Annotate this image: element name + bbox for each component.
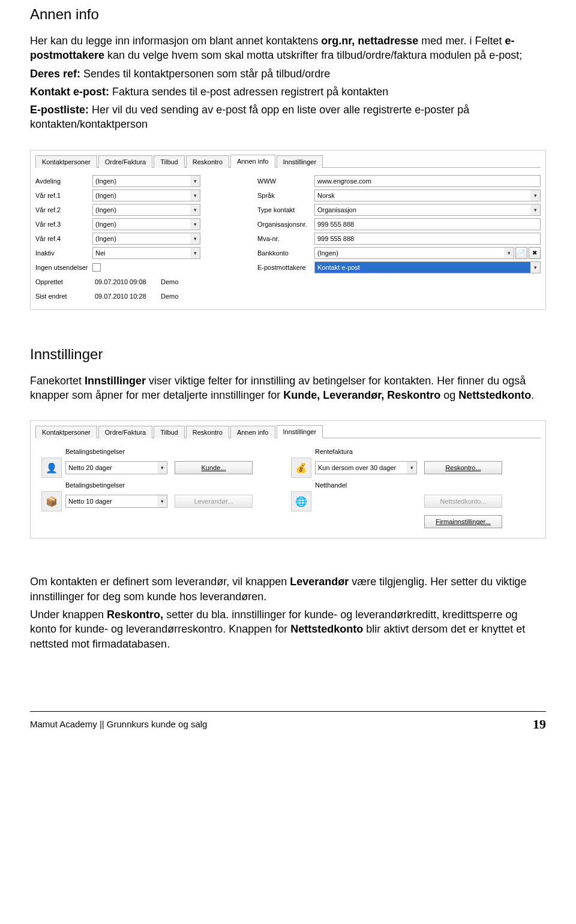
combo-avdeling[interactable]: (Ingen): [92, 175, 200, 187]
chevron-down-icon[interactable]: [190, 233, 200, 244]
user-card-icon: 👤: [41, 458, 62, 478]
tab-tilbud[interactable]: Tilbud: [154, 426, 185, 438]
combo-netto20[interactable]: Netto 20 dager: [65, 461, 167, 474]
combo-text: Netto 10 dager: [68, 498, 112, 505]
tab-reskontro[interactable]: Reskontro: [186, 426, 229, 438]
t: og: [440, 389, 458, 401]
tab-reskontro[interactable]: Reskontro: [186, 155, 229, 168]
edit-button[interactable]: 📄: [515, 247, 527, 259]
combo-ref4[interactable]: (Ingen): [92, 233, 200, 245]
firmainnstillinger-button[interactable]: Firmainnstillinger...: [424, 515, 502, 528]
chevron-down-icon[interactable]: [530, 262, 540, 273]
combo-text: (Ingen): [95, 206, 116, 213]
tab-kontaktpersoner[interactable]: Kontaktpersoner: [35, 155, 97, 168]
tab-innstillinger[interactable]: Innstillinger: [277, 425, 323, 438]
combo-bankkonto[interactable]: (Ingen): [314, 247, 514, 259]
chevron-down-icon[interactable]: [157, 495, 167, 507]
chevron-down-icon[interactable]: [530, 190, 540, 201]
button-label: Nettstedkonto...: [440, 498, 486, 505]
label-ref4: Vår ref.4: [35, 235, 92, 242]
value-opprettet-date: 09.07.2010 09:08: [92, 278, 158, 285]
tab-annen-info[interactable]: Annen info: [230, 155, 275, 168]
tab-innstillinger[interactable]: Innstillinger: [277, 155, 323, 168]
label-ref2: Vår ref.2: [35, 206, 92, 213]
chevron-down-icon[interactable]: [504, 248, 514, 258]
t: org.nr, nettadresse: [321, 35, 418, 47]
combo-text: (Ingen): [95, 235, 116, 242]
delete-button[interactable]: ✖: [529, 247, 541, 259]
combo-epostmottakere[interactable]: Kontakt e-post: [314, 261, 541, 273]
t: Nettstedkonto: [290, 623, 363, 635]
combo-inaktiv[interactable]: Nei: [92, 247, 200, 259]
combo-text: Kontakt e-post: [317, 264, 360, 271]
t: .: [531, 389, 534, 401]
tab-ordre-faktura[interactable]: Ordre/Faktura: [98, 155, 152, 168]
chevron-down-icon[interactable]: [190, 190, 200, 201]
para-kontakt-epost: Kontakt e-post: Faktura sendes til e-pos…: [30, 85, 546, 99]
t: Deres ref:: [30, 68, 80, 80]
label-avdeling: Avdeling: [35, 177, 92, 185]
t: Leverandør: [290, 576, 349, 588]
checkbox-ingen-utsendelser[interactable]: [92, 263, 101, 272]
t: E-postliste:: [30, 104, 89, 116]
t: Om kontakten er definert som leverandør,…: [30, 576, 290, 588]
tab-tilbud[interactable]: Tilbud: [154, 155, 185, 168]
tab-annen-info[interactable]: Annen info: [230, 426, 275, 438]
combo-text: (Ingen): [95, 221, 116, 228]
tab-kontaktpersoner[interactable]: Kontaktpersoner: [35, 426, 97, 438]
label-opprettet: Opprettet: [35, 278, 92, 285]
input-orgnr[interactable]: 999 555 888: [314, 218, 541, 230]
t: Nettstedkonto: [458, 389, 531, 401]
combo-text: Netto 20 dager: [68, 464, 112, 471]
tab-ordre-faktura[interactable]: Ordre/Faktura: [98, 426, 152, 438]
chevron-down-icon[interactable]: [190, 204, 200, 215]
kunde-button[interactable]: Kunde...: [175, 461, 253, 474]
t: Her vil du ved sending av e-post få opp …: [30, 104, 469, 130]
label-rentefaktura: Rentefaktura: [315, 448, 541, 455]
nettstedkonto-button[interactable]: Nettstedkonto...: [424, 495, 502, 508]
label-inaktiv: Inaktiv: [35, 249, 92, 257]
reskontro-button[interactable]: Reskontro...: [424, 461, 502, 474]
combo-text: (Ingen): [95, 177, 116, 185]
t: kan du velge hvem som skal motta utskrif…: [104, 49, 522, 61]
combo-netto10[interactable]: Netto 10 dager: [65, 495, 167, 508]
combo-text: Organisasjon: [317, 206, 356, 213]
t: Kunde, Leverandør, Reskontro: [283, 389, 440, 401]
label-betalingsbetingelser-2: Betalingsbetingelser: [65, 481, 291, 489]
input-www[interactable]: www.engrose.com: [314, 175, 541, 187]
heading-innstillinger: Innstillinger: [30, 346, 546, 363]
heading-annen-info: Annen info: [30, 6, 546, 23]
combo-text: (Ingen): [95, 192, 116, 199]
t: Her kan du legge inn informasjon om blan…: [30, 35, 321, 47]
label-epostmottakere: E-postmottakere: [257, 264, 314, 271]
t: Fanekortet: [30, 375, 85, 387]
value-sist-by: Demo: [158, 293, 178, 300]
chevron-down-icon[interactable]: [407, 462, 416, 474]
button-label: Firmainnstillinger...: [436, 518, 491, 525]
chevron-down-icon[interactable]: [157, 462, 167, 474]
chevron-down-icon[interactable]: [190, 248, 200, 258]
chevron-down-icon[interactable]: [190, 219, 200, 230]
label-mva: Mva-nr.: [257, 235, 314, 242]
label-bankkonto: Bankkonto: [257, 249, 314, 257]
label-orgnr: Organisasjonsnr.: [257, 221, 314, 228]
combo-ref1[interactable]: (Ingen): [92, 189, 200, 201]
chevron-down-icon[interactable]: [190, 176, 200, 186]
para-leverandor: Om kontakten er definert som leverandør,…: [30, 574, 546, 604]
label-betalingsbetingelser-1: Betalingsbetingelser: [65, 448, 291, 455]
chevron-down-icon[interactable]: [530, 204, 540, 215]
combo-rentefaktura[interactable]: Kun dersom over 30 dager: [315, 461, 417, 474]
leverandor-button[interactable]: Leverandør...: [175, 495, 253, 508]
t: med mer. i Feltet: [418, 35, 505, 47]
button-label: Leverandør...: [194, 498, 233, 505]
combo-sprak[interactable]: Norsk: [314, 189, 541, 201]
screenshot-annen-info: Kontaktpersoner Ordre/Faktura Tilbud Res…: [30, 150, 546, 310]
money-icon: 💰: [291, 458, 311, 478]
combo-ref3[interactable]: (Ingen): [92, 218, 200, 230]
input-mva[interactable]: 999 555 888: [314, 233, 541, 245]
button-label: Kunde...: [202, 464, 226, 471]
button-label: Reskontro...: [445, 464, 481, 471]
combo-ref2[interactable]: (Ingen): [92, 204, 200, 216]
combo-text: Nei: [95, 249, 106, 257]
combo-type-kontakt[interactable]: Organisasjon: [314, 204, 541, 216]
